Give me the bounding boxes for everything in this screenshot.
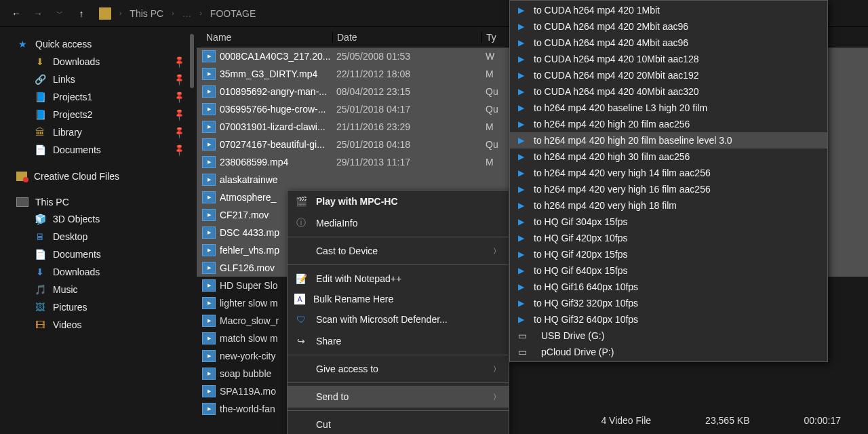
- sendto-item[interactable]: ▶to HQ Gif32 320px 10fps: [510, 295, 827, 311]
- defender-icon: 🛡: [294, 313, 308, 326]
- play-icon: ▶: [518, 315, 524, 324]
- folder-icon: [99, 7, 111, 20]
- sendto-item[interactable]: ▶to HQ Gif 420px 15fps: [510, 246, 827, 262]
- breadcrumb-thispc[interactable]: This PC: [130, 8, 163, 19]
- sendto-drive[interactable]: ▭pCloud Drive (P:): [510, 344, 827, 360]
- ctx-give-access[interactable]: Give access to 〉: [288, 358, 509, 380]
- video-file-icon: ▶: [202, 138, 216, 151]
- sidebar-downloads[interactable]: ⬇Downloads: [0, 263, 197, 281]
- sendto-item[interactable]: ▶to h264 mp4 420 high 20 film aac256: [510, 116, 827, 132]
- sidebar-pictures[interactable]: 🖼Pictures: [0, 298, 197, 316]
- sidebar-pin-downloads[interactable]: ⬇Downloads📌: [0, 53, 197, 71]
- sidebar-pin-projects1[interactable]: 📘Projects1📌: [0, 88, 197, 106]
- separator: [288, 355, 509, 355]
- file-name: 0008CA1A40C3_217.20...: [220, 51, 332, 62]
- video-file-icon: ▶: [202, 244, 216, 256]
- sendto-item[interactable]: ▶to h264 mp4 420 very high 16 film aac25…: [510, 181, 827, 197]
- video-file-icon: ▶: [202, 315, 216, 327]
- column-date[interactable]: Date: [332, 32, 481, 43]
- sendto-label: to h264 mp4 420 very high 16 film aac256: [534, 184, 711, 195]
- folder-icon: 🔗: [34, 73, 46, 85]
- sendto-drive[interactable]: ▭USB Drive (G:): [510, 328, 827, 344]
- breadcrumb-footage[interactable]: FOOTAGE: [210, 8, 256, 19]
- file-name: 238068599.mp4: [220, 157, 332, 167]
- sendto-item[interactable]: ▶to HQ Gif 640px 15fps: [510, 262, 827, 279]
- sendto-item[interactable]: ▶to h264 mp4 420 high 20 film baseline l…: [510, 132, 827, 149]
- sidebar-desktop[interactable]: 🖥Desktop: [0, 228, 197, 245]
- pin-icon: 📌: [172, 55, 186, 69]
- ctx-bulk-rename[interactable]: A Bulk Rename Here: [288, 290, 509, 309]
- separator: [288, 237, 509, 237]
- sidebar-pin-projects2[interactable]: 📘Projects2📌: [0, 106, 197, 123]
- folder-icon: 📄: [34, 248, 46, 260]
- blank-icon: [294, 244, 308, 258]
- chevron-right-icon: 〉: [493, 364, 500, 374]
- sendto-item[interactable]: ▶to HQ Gif16 640px 10fps: [510, 279, 827, 295]
- sendto-item[interactable]: ▶to HQ Gif 420px 10fps: [510, 230, 827, 246]
- sidebar-3d-objects[interactable]: 🧊3D Objects: [0, 210, 197, 228]
- pin-icon: 📌: [172, 108, 186, 122]
- ctx-cast[interactable]: Cast to Device 〉: [288, 240, 509, 262]
- sendto-submenu: ▶to CUDA h264 mp4 420 1Mbit▶to CUDA h264…: [509, 0, 828, 362]
- sendto-item[interactable]: ▶to CUDA h264 mp4 420 40Mbit aac320: [510, 83, 827, 100]
- sidebar-music[interactable]: 🎵Music: [0, 281, 197, 298]
- sidebar-item-label: Projects1: [53, 92, 92, 102]
- sendto-item[interactable]: ▶to CUDA h264 mp4 420 2Mbit aac96: [510, 18, 827, 35]
- file-name: 35mm_G3_DIRTY.mp4: [220, 68, 332, 79]
- sidebar-documents[interactable]: 📄Documents: [0, 245, 197, 263]
- sidebar-pin-documents[interactable]: 📄Documents📌: [0, 141, 197, 159]
- sendto-item[interactable]: ▶to HQ Gif32 640px 10fps: [510, 311, 827, 328]
- ctx-play-mpc[interactable]: 🎬 Play with MPC-HC: [288, 191, 509, 212]
- ctx-share[interactable]: ↪ Share: [288, 330, 509, 352]
- video-file-icon: ▶: [202, 209, 216, 221]
- pin-icon: 📌: [172, 73, 186, 87]
- ctx-send-to[interactable]: Send to 〉: [288, 386, 509, 408]
- chevron-right-icon: ›: [172, 9, 174, 17]
- video-file-icon: ▶: [202, 85, 216, 98]
- creative-cloud-files[interactable]: Creative Cloud Files: [0, 168, 197, 184]
- sendto-item[interactable]: ▶to CUDA h264 mp4 420 4Mbit aac96: [510, 35, 827, 51]
- play-icon: ▶: [518, 152, 524, 161]
- folder-icon: 🖥: [34, 231, 46, 243]
- play-icon: ▶: [518, 54, 524, 64]
- sendto-label: to h264 mp4 420 high 30 film aac256: [534, 151, 690, 162]
- back-button[interactable]: ←: [5, 3, 27, 24]
- ctx-defender[interactable]: 🛡 Scan with Microsoft Defender...: [288, 309, 509, 330]
- quick-access[interactable]: ★ Quick access: [0, 35, 197, 53]
- sendto-item[interactable]: ▶to CUDA h264 mp4 420 1Mbit: [510, 2, 827, 18]
- blank-icon: [294, 390, 308, 403]
- column-name[interactable]: Name: [197, 32, 332, 43]
- video-file-icon: ▶: [202, 156, 216, 168]
- forward-button[interactable]: →: [27, 3, 49, 24]
- address-bar[interactable]: › This PC › … › FOOTAGE: [99, 7, 256, 20]
- sendto-item[interactable]: ▶to CUDA h264 mp4 420 10Mbit aac128: [510, 51, 827, 67]
- video-file-icon: ▶: [202, 191, 216, 203]
- sidebar-pin-links[interactable]: 🔗Links📌: [0, 71, 197, 88]
- play-icon: ▶: [518, 38, 524, 47]
- sendto-item[interactable]: ▶to h264 mp4 420 high 30 film aac256: [510, 149, 827, 165]
- sendto-item[interactable]: ▶to h264 mp4 420 very high 18 film: [510, 197, 827, 214]
- sendto-item[interactable]: ▶to h264 mp4 420 baseline L3 high 20 fil…: [510, 100, 827, 116]
- ctx-notepadpp[interactable]: 📝 Edit with Notepad++: [288, 268, 509, 290]
- sendto-item[interactable]: ▶to h264 mp4 420 very high 14 film aac25…: [510, 165, 827, 181]
- up-button[interactable]: ↑: [71, 3, 92, 24]
- sendto-item[interactable]: ▶to HQ Gif 304px 15fps: [510, 214, 827, 230]
- video-file-icon: ▶: [202, 103, 216, 115]
- recent-dropdown[interactable]: ﹀: [49, 3, 71, 24]
- sidebar-pin-library[interactable]: 🏛Library📌: [0, 123, 197, 141]
- this-pc[interactable]: This PC: [0, 194, 197, 210]
- video-file-icon: ▶: [202, 332, 216, 344]
- sidebar-videos[interactable]: 🎞Videos: [0, 316, 197, 334]
- play-icon: ▶: [518, 184, 524, 194]
- drive-icon: ▭: [518, 330, 532, 341]
- ctx-cut[interactable]: Cut: [288, 414, 509, 434]
- sidebar-item-label: Desktop: [53, 231, 87, 242]
- folder-icon: 📄: [34, 144, 46, 156]
- notepadpp-icon: 📝: [294, 272, 308, 285]
- sidebar-item-label: Downloads: [53, 56, 100, 67]
- sendto-item[interactable]: ▶to CUDA h264 mp4 420 20Mbit aac192: [510, 67, 827, 83]
- sendto-label: to h264 mp4 420 high 20 film baseline le…: [534, 135, 732, 146]
- folder-icon: 🎞: [34, 319, 46, 331]
- video-file-icon: ▶: [202, 68, 216, 80]
- ctx-mediainfo[interactable]: ⓘ MediaInfo: [288, 212, 509, 234]
